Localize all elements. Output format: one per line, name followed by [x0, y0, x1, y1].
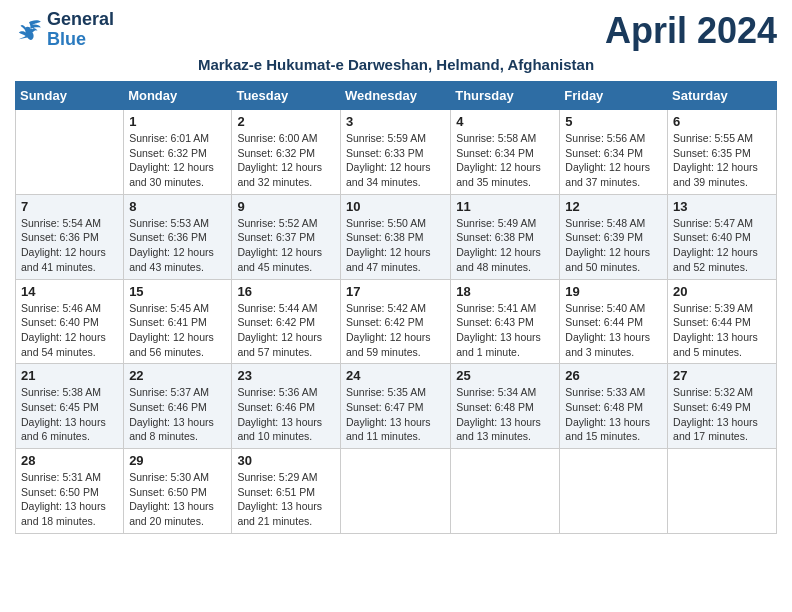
calendar-cell: 1Sunrise: 6:01 AM Sunset: 6:32 PM Daylig… — [124, 110, 232, 195]
calendar-week-1: 1Sunrise: 6:01 AM Sunset: 6:32 PM Daylig… — [16, 110, 777, 195]
calendar-cell: 17Sunrise: 5:42 AM Sunset: 6:42 PM Dayli… — [340, 279, 450, 364]
calendar-cell: 3Sunrise: 5:59 AM Sunset: 6:33 PM Daylig… — [340, 110, 450, 195]
logo-text-general: General — [47, 10, 114, 30]
day-header-friday: Friday — [560, 82, 668, 110]
day-number: 22 — [129, 368, 226, 383]
day-number: 24 — [346, 368, 445, 383]
calendar-cell: 13Sunrise: 5:47 AM Sunset: 6:40 PM Dayli… — [668, 194, 777, 279]
day-info: Sunrise: 5:29 AM Sunset: 6:51 PM Dayligh… — [237, 470, 335, 529]
day-info: Sunrise: 5:42 AM Sunset: 6:42 PM Dayligh… — [346, 301, 445, 360]
day-info: Sunrise: 5:49 AM Sunset: 6:38 PM Dayligh… — [456, 216, 554, 275]
day-info: Sunrise: 5:56 AM Sunset: 6:34 PM Dayligh… — [565, 131, 662, 190]
day-info: Sunrise: 5:53 AM Sunset: 6:36 PM Dayligh… — [129, 216, 226, 275]
calendar-cell: 23Sunrise: 5:36 AM Sunset: 6:46 PM Dayli… — [232, 364, 341, 449]
day-info: Sunrise: 5:35 AM Sunset: 6:47 PM Dayligh… — [346, 385, 445, 444]
day-info: Sunrise: 6:00 AM Sunset: 6:32 PM Dayligh… — [237, 131, 335, 190]
day-info: Sunrise: 5:44 AM Sunset: 6:42 PM Dayligh… — [237, 301, 335, 360]
day-info: Sunrise: 5:52 AM Sunset: 6:37 PM Dayligh… — [237, 216, 335, 275]
calendar-cell: 24Sunrise: 5:35 AM Sunset: 6:47 PM Dayli… — [340, 364, 450, 449]
day-info: Sunrise: 5:41 AM Sunset: 6:43 PM Dayligh… — [456, 301, 554, 360]
calendar-cell: 18Sunrise: 5:41 AM Sunset: 6:43 PM Dayli… — [451, 279, 560, 364]
day-header-sunday: Sunday — [16, 82, 124, 110]
calendar-cell: 19Sunrise: 5:40 AM Sunset: 6:44 PM Dayli… — [560, 279, 668, 364]
day-header-saturday: Saturday — [668, 82, 777, 110]
calendar-header-row: SundayMondayTuesdayWednesdayThursdayFrid… — [16, 82, 777, 110]
day-number: 26 — [565, 368, 662, 383]
page-header: General Blue April 2024 — [15, 10, 777, 52]
day-info: Sunrise: 5:59 AM Sunset: 6:33 PM Dayligh… — [346, 131, 445, 190]
calendar-cell: 6Sunrise: 5:55 AM Sunset: 6:35 PM Daylig… — [668, 110, 777, 195]
day-number: 25 — [456, 368, 554, 383]
calendar-cell — [451, 449, 560, 534]
calendar-cell: 14Sunrise: 5:46 AM Sunset: 6:40 PM Dayli… — [16, 279, 124, 364]
page-subtitle: Markaz-e Hukumat-e Darweshan, Helmand, A… — [15, 56, 777, 73]
day-number: 2 — [237, 114, 335, 129]
day-number: 1 — [129, 114, 226, 129]
day-number: 28 — [21, 453, 118, 468]
day-info: Sunrise: 6:01 AM Sunset: 6:32 PM Dayligh… — [129, 131, 226, 190]
day-number: 6 — [673, 114, 771, 129]
calendar-cell: 21Sunrise: 5:38 AM Sunset: 6:45 PM Dayli… — [16, 364, 124, 449]
day-info: Sunrise: 5:30 AM Sunset: 6:50 PM Dayligh… — [129, 470, 226, 529]
day-info: Sunrise: 5:33 AM Sunset: 6:48 PM Dayligh… — [565, 385, 662, 444]
day-number: 14 — [21, 284, 118, 299]
calendar-cell: 30Sunrise: 5:29 AM Sunset: 6:51 PM Dayli… — [232, 449, 341, 534]
calendar-cell: 22Sunrise: 5:37 AM Sunset: 6:46 PM Dayli… — [124, 364, 232, 449]
calendar-cell: 26Sunrise: 5:33 AM Sunset: 6:48 PM Dayli… — [560, 364, 668, 449]
day-number: 18 — [456, 284, 554, 299]
calendar-table: SundayMondayTuesdayWednesdayThursdayFrid… — [15, 81, 777, 534]
calendar-cell: 15Sunrise: 5:45 AM Sunset: 6:41 PM Dayli… — [124, 279, 232, 364]
calendar-week-4: 21Sunrise: 5:38 AM Sunset: 6:45 PM Dayli… — [16, 364, 777, 449]
calendar-cell: 16Sunrise: 5:44 AM Sunset: 6:42 PM Dayli… — [232, 279, 341, 364]
day-number: 5 — [565, 114, 662, 129]
calendar-cell: 25Sunrise: 5:34 AM Sunset: 6:48 PM Dayli… — [451, 364, 560, 449]
calendar-cell — [340, 449, 450, 534]
day-header-thursday: Thursday — [451, 82, 560, 110]
day-number: 4 — [456, 114, 554, 129]
calendar-cell: 28Sunrise: 5:31 AM Sunset: 6:50 PM Dayli… — [16, 449, 124, 534]
day-number: 20 — [673, 284, 771, 299]
calendar-cell: 9Sunrise: 5:52 AM Sunset: 6:37 PM Daylig… — [232, 194, 341, 279]
day-header-monday: Monday — [124, 82, 232, 110]
day-info: Sunrise: 5:32 AM Sunset: 6:49 PM Dayligh… — [673, 385, 771, 444]
day-number: 21 — [21, 368, 118, 383]
calendar-cell: 20Sunrise: 5:39 AM Sunset: 6:44 PM Dayli… — [668, 279, 777, 364]
day-number: 19 — [565, 284, 662, 299]
day-info: Sunrise: 5:37 AM Sunset: 6:46 PM Dayligh… — [129, 385, 226, 444]
page-title: April 2024 — [605, 10, 777, 52]
day-number: 11 — [456, 199, 554, 214]
calendar-week-2: 7Sunrise: 5:54 AM Sunset: 6:36 PM Daylig… — [16, 194, 777, 279]
calendar-cell: 11Sunrise: 5:49 AM Sunset: 6:38 PM Dayli… — [451, 194, 560, 279]
calendar-cell: 29Sunrise: 5:30 AM Sunset: 6:50 PM Dayli… — [124, 449, 232, 534]
calendar-cell: 8Sunrise: 5:53 AM Sunset: 6:36 PM Daylig… — [124, 194, 232, 279]
calendar-week-3: 14Sunrise: 5:46 AM Sunset: 6:40 PM Dayli… — [16, 279, 777, 364]
day-number: 15 — [129, 284, 226, 299]
calendar-cell: 12Sunrise: 5:48 AM Sunset: 6:39 PM Dayli… — [560, 194, 668, 279]
logo-text-blue: Blue — [47, 30, 114, 50]
day-number: 16 — [237, 284, 335, 299]
calendar-cell: 2Sunrise: 6:00 AM Sunset: 6:32 PM Daylig… — [232, 110, 341, 195]
calendar-week-5: 28Sunrise: 5:31 AM Sunset: 6:50 PM Dayli… — [16, 449, 777, 534]
calendar-cell: 27Sunrise: 5:32 AM Sunset: 6:49 PM Dayli… — [668, 364, 777, 449]
day-info: Sunrise: 5:38 AM Sunset: 6:45 PM Dayligh… — [21, 385, 118, 444]
day-info: Sunrise: 5:40 AM Sunset: 6:44 PM Dayligh… — [565, 301, 662, 360]
day-number: 10 — [346, 199, 445, 214]
day-info: Sunrise: 5:45 AM Sunset: 6:41 PM Dayligh… — [129, 301, 226, 360]
day-info: Sunrise: 5:34 AM Sunset: 6:48 PM Dayligh… — [456, 385, 554, 444]
day-number: 17 — [346, 284, 445, 299]
calendar-cell — [668, 449, 777, 534]
calendar-cell: 10Sunrise: 5:50 AM Sunset: 6:38 PM Dayli… — [340, 194, 450, 279]
day-header-wednesday: Wednesday — [340, 82, 450, 110]
day-header-tuesday: Tuesday — [232, 82, 341, 110]
day-number: 13 — [673, 199, 771, 214]
day-info: Sunrise: 5:39 AM Sunset: 6:44 PM Dayligh… — [673, 301, 771, 360]
day-number: 8 — [129, 199, 226, 214]
calendar-cell — [560, 449, 668, 534]
day-info: Sunrise: 5:47 AM Sunset: 6:40 PM Dayligh… — [673, 216, 771, 275]
day-number: 9 — [237, 199, 335, 214]
day-number: 29 — [129, 453, 226, 468]
day-number: 12 — [565, 199, 662, 214]
day-number: 3 — [346, 114, 445, 129]
day-info: Sunrise: 5:50 AM Sunset: 6:38 PM Dayligh… — [346, 216, 445, 275]
calendar-cell: 4Sunrise: 5:58 AM Sunset: 6:34 PM Daylig… — [451, 110, 560, 195]
